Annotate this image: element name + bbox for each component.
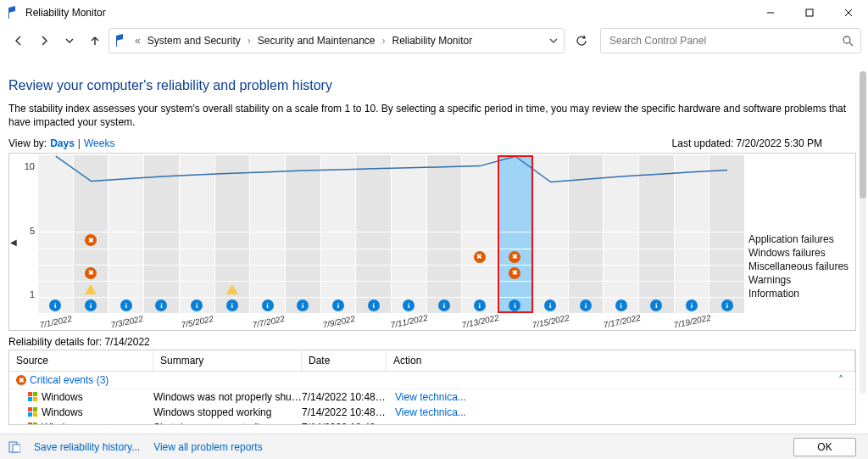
info-icon — [509, 299, 520, 311]
chevron-down-icon[interactable] — [548, 36, 559, 46]
navbar: System and Security › Security and Maint… — [0, 25, 868, 56]
warning-icon — [85, 284, 97, 294]
y-tick: 5 — [30, 226, 35, 236]
info-icon — [686, 299, 698, 311]
separator: | — [78, 137, 81, 149]
detail-row[interactable]: WindowsWindows was not properly shut...7… — [9, 389, 855, 405]
chevron-up-icon[interactable]: ˄ — [838, 374, 843, 386]
forward-button[interactable] — [32, 29, 56, 53]
flag-icon — [114, 34, 128, 48]
reliability-chart: ◀ 10 5 1 7/1/20227/3/20227/5/20227/7/202… — [8, 153, 856, 331]
chart-day-column[interactable] — [144, 155, 180, 313]
group-critical-events[interactable]: Critical events (3) ˄ — [9, 372, 855, 389]
chevron-right-icon: › — [248, 35, 251, 47]
row-summary: Windows stopped working — [153, 406, 302, 418]
legend-win-failures: Windows failures — [748, 247, 855, 259]
viewby-weeks[interactable]: Weeks — [84, 137, 114, 149]
chart-day-column[interactable]: 7/9/2022 — [321, 155, 357, 313]
svg-rect-16 — [28, 423, 32, 424]
chart-day-column[interactable]: 7/13/2022 — [462, 155, 498, 313]
minimize-button[interactable] — [751, 0, 790, 25]
row-action[interactable]: View technica... — [387, 406, 849, 418]
svg-rect-8 — [28, 392, 32, 396]
chart-day-column[interactable]: 7/19/2022 — [675, 155, 710, 313]
row-source: Windows — [42, 391, 83, 403]
svg-line-7 — [849, 42, 853, 46]
maximize-button[interactable] — [790, 0, 829, 25]
chart-day-column[interactable] — [356, 155, 392, 313]
crumb-2[interactable]: Security and Maintenance — [258, 35, 376, 47]
chart-day-column[interactable] — [709, 155, 745, 313]
svg-rect-5 — [116, 36, 117, 47]
address-bar[interactable]: System and Security › Security and Maint… — [108, 28, 565, 53]
legend-information: Information — [748, 288, 855, 299]
chart-day-column[interactable]: 7/5/2022 — [180, 155, 215, 313]
legend-warnings: Warnings — [748, 274, 855, 286]
chart-day-column[interactable]: 7/15/2022 — [533, 155, 569, 313]
svg-rect-11 — [33, 397, 37, 401]
date-label: 7/13/2022 — [461, 313, 500, 330]
close-button[interactable] — [829, 0, 868, 25]
chart-day-column[interactable]: 7/7/2022 — [250, 155, 286, 313]
detail-row[interactable]: WindowsWindows stopped working7/14/2022 … — [9, 405, 855, 420]
row-summary: Windows was not properly shut... — [153, 391, 302, 403]
col-action[interactable]: Action — [387, 350, 855, 371]
crumb-3[interactable]: Reliability Monitor — [392, 35, 472, 47]
row-action — [387, 422, 849, 424]
search-input[interactable] — [608, 34, 842, 48]
page-description: The stability index assesses your system… — [8, 102, 856, 129]
row-action[interactable]: View technica... — [387, 391, 849, 403]
chart-day-column[interactable] — [74, 155, 109, 313]
chart-day-column[interactable]: 7/17/2022 — [604, 155, 639, 313]
info-icon — [438, 299, 450, 311]
last-updated: Last updated: 7/20/2022 5:30 PM — [672, 137, 822, 149]
detail-row[interactable]: WindowsShut down unexpectedly7/14/2022 1… — [9, 420, 855, 424]
chart-day-column[interactable] — [639, 155, 675, 313]
view-all-reports-link[interactable]: View all problem reports — [153, 441, 263, 453]
info-icon — [615, 299, 627, 311]
search-box[interactable] — [600, 28, 861, 53]
ok-button[interactable]: OK — [793, 438, 856, 456]
chart-day-column[interactable]: 7/1/2022 — [38, 155, 74, 313]
chart-day-column[interactable] — [215, 155, 251, 313]
info-icon — [226, 299, 238, 311]
viewby-days[interactable]: Days — [50, 137, 75, 149]
svg-rect-21 — [13, 445, 20, 452]
up-button[interactable] — [83, 29, 107, 53]
window-title: Reliability Monitor — [25, 7, 106, 19]
info-icon — [155, 299, 167, 311]
error-icon — [474, 251, 486, 263]
chart-day-column[interactable] — [427, 155, 463, 313]
save-history-link[interactable]: Save reliability history... — [34, 441, 140, 453]
back-button[interactable] — [7, 29, 31, 53]
legend-misc-failures: Miscellaneous failures — [748, 260, 855, 272]
col-date[interactable]: Date — [302, 350, 387, 371]
warning-icon — [226, 284, 238, 294]
scroll-left-button[interactable]: ◀ — [9, 154, 18, 330]
error-icon — [85, 267, 97, 279]
grid-header: Source Summary Date Action — [9, 350, 855, 372]
row-source: Windows — [42, 422, 83, 424]
date-label: 7/1/2022 — [39, 314, 73, 330]
date-label: 7/7/2022 — [251, 314, 285, 330]
scrollbar-thumb[interactable] — [860, 71, 866, 199]
row-date: 7/14/2022 10:48 ... — [302, 406, 387, 418]
row-summary: Shut down unexpectedly — [153, 422, 302, 424]
group-label: Critical events (3) — [30, 374, 108, 386]
chart-day-column[interactable] — [569, 155, 604, 313]
chart-day-column[interactable]: 7/11/2022 — [392, 155, 427, 313]
app-icon — [7, 6, 20, 20]
chart-legend: Application failures Windows failures Mi… — [745, 154, 855, 330]
info-icon — [544, 299, 556, 311]
col-summary[interactable]: Summary — [153, 350, 302, 371]
scrollbar[interactable] — [860, 71, 866, 394]
chevron-right-icon: › — [381, 35, 385, 47]
content: Review your computer's reliability and p… — [0, 56, 868, 425]
refresh-button[interactable] — [570, 29, 593, 53]
col-source[interactable]: Source — [9, 350, 153, 371]
recent-button[interactable] — [58, 29, 81, 53]
crumb-1[interactable]: System and Security — [147, 35, 241, 47]
chart-day-column[interactable] — [498, 155, 533, 313]
chart-day-column[interactable]: 7/3/2022 — [108, 155, 144, 313]
chart-day-column[interactable] — [286, 155, 321, 313]
